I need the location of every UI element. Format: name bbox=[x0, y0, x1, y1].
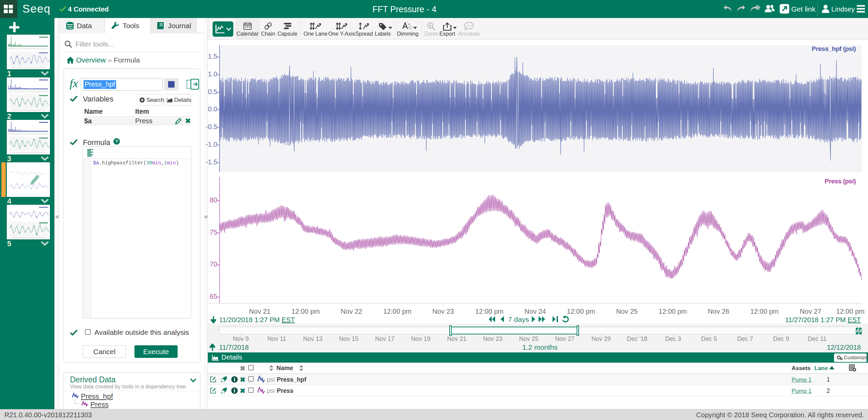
svg-text:?: ? bbox=[115, 139, 118, 144]
